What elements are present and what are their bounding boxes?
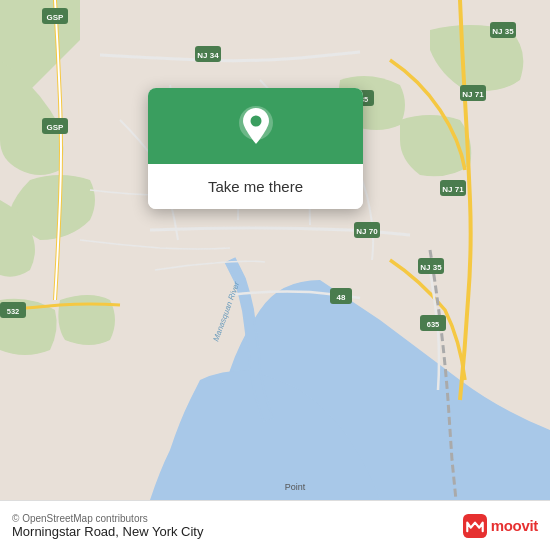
- bottom-bar: © OpenStreetMap contributors Morningstar…: [0, 500, 550, 550]
- moovit-brand-text: moovit: [491, 517, 538, 534]
- svg-text:NJ 35: NJ 35: [420, 263, 442, 272]
- location-title: Morningstar Road, New York City: [12, 524, 203, 539]
- take-me-there-button[interactable]: Take me there: [204, 176, 307, 197]
- svg-text:NJ 71: NJ 71: [442, 185, 464, 194]
- svg-text:48: 48: [337, 293, 346, 302]
- popup-card: Take me there: [148, 88, 363, 209]
- moovit-logo: moovit: [463, 514, 538, 538]
- svg-text:GSP: GSP: [47, 123, 65, 132]
- moovit-icon: [463, 514, 487, 538]
- svg-text:NJ 70: NJ 70: [356, 227, 378, 236]
- svg-text:NJ 35: NJ 35: [492, 27, 514, 36]
- popup-button-area[interactable]: Take me there: [148, 164, 363, 209]
- popup-green-area: [148, 88, 363, 164]
- svg-text:NJ 34: NJ 34: [197, 51, 219, 60]
- svg-text:Point: Point: [285, 482, 306, 492]
- svg-text:635: 635: [427, 320, 440, 329]
- svg-text:532: 532: [7, 307, 20, 316]
- bottom-left-info: © OpenStreetMap contributors Morningstar…: [12, 513, 203, 539]
- map-container[interactable]: GSP GSP NJ 34 NJ 35 NJ 71 NJ 71 NJ 34 35…: [0, 0, 550, 500]
- map-attribution: © OpenStreetMap contributors: [12, 513, 203, 524]
- svg-text:GSP: GSP: [47, 13, 65, 22]
- location-pin-icon: [234, 106, 278, 150]
- svg-point-30: [250, 116, 261, 127]
- svg-text:NJ 71: NJ 71: [462, 90, 484, 99]
